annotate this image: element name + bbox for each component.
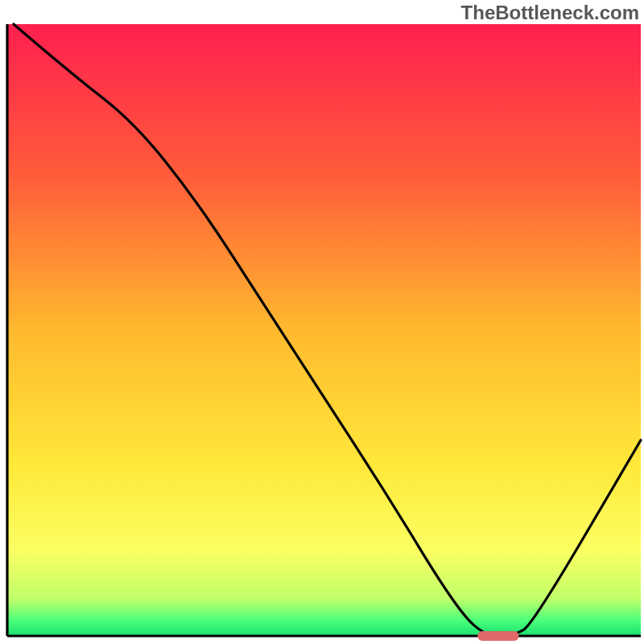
bottleneck-chart: TheBottleneck.com: [0, 0, 644, 644]
watermark-text: TheBottleneck.com: [461, 2, 639, 24]
gradient-background: [7, 24, 641, 636]
chart-svg: [0, 0, 644, 644]
